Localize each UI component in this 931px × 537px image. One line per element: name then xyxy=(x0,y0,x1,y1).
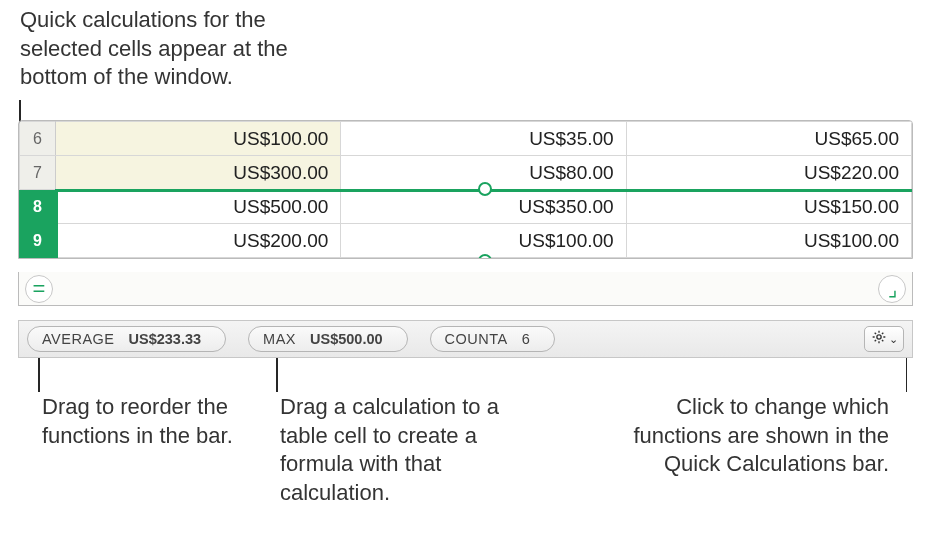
row-header[interactable]: 8 xyxy=(20,190,56,224)
corner-icon: ⌟ xyxy=(888,279,897,299)
cell[interactable]: US$100.00 xyxy=(341,224,626,258)
quick-calc-bar: AVERAGEUS$233.33MAXUS$500.00COUNTA6 ⌄ xyxy=(18,320,913,358)
quick-calc-pill-average[interactable]: AVERAGEUS$233.33 xyxy=(27,326,226,352)
cell[interactable]: US$220.00 xyxy=(626,156,911,190)
leader-bottom-mid xyxy=(276,358,278,392)
cell[interactable]: US$300.00 xyxy=(56,156,341,190)
quick-calc-fn-label: AVERAGE xyxy=(42,331,115,347)
table-row[interactable]: 6US$100.00US$35.00US$65.00 xyxy=(20,122,912,156)
spreadsheet-table: 6US$100.00US$35.00US$65.007US$300.00US$8… xyxy=(19,121,912,258)
row-header[interactable]: 7 xyxy=(20,156,56,190)
svg-point-0 xyxy=(876,335,880,339)
table-row[interactable]: 9US$200.00US$100.00US$100.00 xyxy=(20,224,912,258)
table-row[interactable]: 7US$300.00US$80.00US$220.00 xyxy=(20,156,912,190)
quick-calc-value: US$233.33 xyxy=(129,331,202,347)
quick-calc-value: US$500.00 xyxy=(310,331,383,347)
chevron-down-icon: ⌄ xyxy=(889,333,898,346)
leader-bottom-right xyxy=(906,358,908,392)
callout-gear: Click to change which functions are show… xyxy=(629,393,889,479)
cell[interactable]: US$35.00 xyxy=(341,122,626,156)
cell[interactable]: US$100.00 xyxy=(56,122,341,156)
sheet-footer: = ⌟ xyxy=(18,272,913,306)
quick-calc-settings-button[interactable]: ⌄ xyxy=(864,326,904,352)
cell[interactable]: US$100.00 xyxy=(626,224,911,258)
leader-bottom-left xyxy=(38,358,40,392)
cell[interactable]: US$350.00 xyxy=(341,190,626,224)
quick-calc-pill-max[interactable]: MAXUS$500.00 xyxy=(248,326,407,352)
quick-calc-value: 6 xyxy=(522,331,530,347)
callout-top: Quick calculations for the selected cell… xyxy=(20,6,350,92)
quick-calc-fn-label: COUNTA xyxy=(445,331,508,347)
resize-corner[interactable]: ⌟ xyxy=(878,275,906,303)
table-row[interactable]: 8US$500.00US$350.00US$150.00 xyxy=(20,190,912,224)
spreadsheet[interactable]: 6US$100.00US$35.00US$65.007US$300.00US$8… xyxy=(18,120,913,259)
row-header[interactable]: 9 xyxy=(20,224,56,258)
callout-reorder: Drag to reorder the functions in the bar… xyxy=(42,393,252,450)
cell[interactable]: US$80.00 xyxy=(341,156,626,190)
equals-icon: = xyxy=(33,278,46,300)
row-header[interactable]: 6 xyxy=(20,122,56,156)
formula-button[interactable]: = xyxy=(25,275,53,303)
quick-calc-fn-label: MAX xyxy=(263,331,296,347)
cell[interactable]: US$500.00 xyxy=(56,190,341,224)
cell[interactable]: US$150.00 xyxy=(626,190,911,224)
cell[interactable]: US$200.00 xyxy=(56,224,341,258)
gear-icon xyxy=(871,329,887,349)
quick-calc-pill-counta[interactable]: COUNTA6 xyxy=(430,326,555,352)
cell[interactable]: US$65.00 xyxy=(626,122,911,156)
callout-drag-formula: Drag a calculation to a table cell to cr… xyxy=(280,393,540,507)
